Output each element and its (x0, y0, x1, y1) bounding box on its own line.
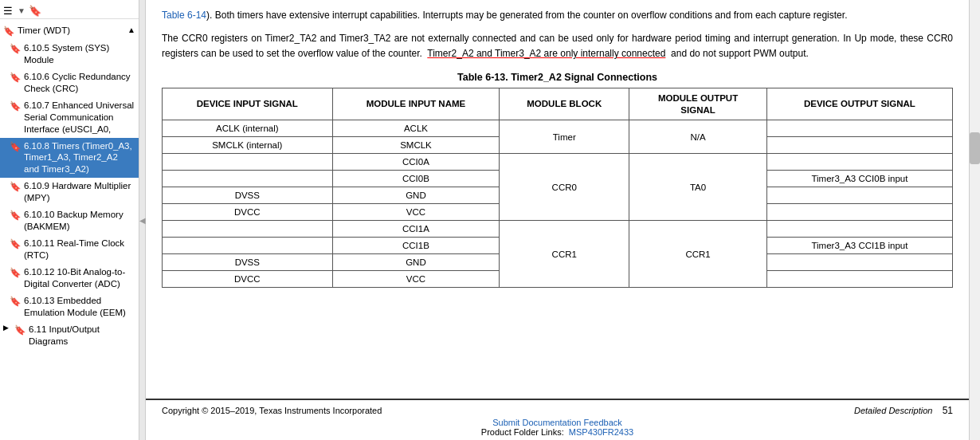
sidebar-item-timer-wdt[interactable]: 🔖 Timer (WDT) ▲ (0, 22, 139, 40)
sidebar-item-611[interactable]: ▶ 🔖 6.11 Input/Output Diagrams (0, 321, 139, 350)
sidebar-item-61012[interactable]: 🔖 6.10.12 10-Bit Analog-to-Digital Conve… (0, 264, 139, 293)
right-scrollbar[interactable] (969, 0, 980, 440)
sidebar: ☰ ▼ 🔖 🔖 Timer (WDT) ▲ 🔖 6.10.5 System (S… (0, 0, 139, 440)
sidebar-item-6108[interactable]: 🔖 6.10.8 Timers (Timer0_A3, Timer1_A3, T… (0, 138, 139, 179)
table-row: ACLK (internal) ACLK Timer N/A (163, 120, 953, 137)
sidebar-item-6105[interactable]: 🔖 6.10.5 System (SYS) Module (0, 40, 139, 69)
sidebar-item-6107[interactable]: 🔖 6.10.7 Enhanced Universal Serial Commu… (0, 97, 139, 138)
bookmark-icon: 🔖 (10, 210, 21, 222)
table-title: Table 6-13. Timer2_A2 Signal Connections (162, 72, 953, 83)
footer: Copyright © 2015–2019, Texas Instruments… (146, 399, 969, 440)
bookmark-icon: 🔖 (10, 43, 21, 55)
sidebar-item-label: 6.10.9 Hardware Multiplier (MPY) (24, 180, 135, 204)
paragraph-2: The CCR0 registers on Timer2_TA2 and Tim… (162, 31, 953, 61)
sidebar-toolbar: ☰ ▼ 🔖 (0, 3, 139, 19)
col-header-device-output: DEVICE OUTPUT SIGNAL (766, 88, 952, 120)
paragraph-1: Table 6-14). Both timers have extensive … (162, 8, 953, 23)
sidebar-item-label: Timer (WDT) (18, 25, 127, 37)
signal-connections-table: DEVICE INPUT SIGNAL MODULE INPUT NAME MO… (162, 88, 953, 289)
sidebar-item-6106[interactable]: 🔖 6.10.6 Cyclic Redundancy Check (CRC) (0, 69, 139, 97)
table-row: CCI1A CCR1 CCR1 (163, 221, 953, 238)
sidebar-item-label: 6.10.5 System (SYS) Module (24, 42, 135, 66)
sidebar-item-label: 6.10.12 10-Bit Analog-to-Digital Convert… (24, 266, 135, 290)
bookmark-icon: 🔖 (10, 238, 21, 250)
product-folder-link[interactable]: MSP430FR2433 (569, 427, 633, 437)
bookmark-icon: 🔖 (10, 141, 21, 153)
sidebar-item-61010[interactable]: 🔖 6.10.10 Backup Memory (BAKMEM) (0, 206, 139, 235)
section-label: Detailed Description (854, 406, 932, 415)
sidebar-item-label: 6.10.13 Embedded Emulation Module (EEM) (24, 295, 135, 319)
bookmark-icon: 🔖 (14, 324, 25, 336)
sidebar-item-label: 6.10.8 Timers (Timer0_A3, Timer1_A3, Tim… (24, 140, 135, 176)
bookmark-icon: 🔖 (10, 181, 21, 193)
scrollbar-thumb[interactable] (970, 132, 980, 164)
footer-center: Submit Documentation Feedback Product Fo… (162, 418, 953, 437)
bookmark-icon: 🔖 (10, 296, 21, 308)
bookmark-icon: 🔖 (10, 72, 21, 84)
col-header-module-input: MODULE INPUT NAME (332, 88, 500, 120)
table-row: CCI0A CCR0 TA0 (163, 154, 953, 171)
copyright-text: Copyright © 2015–2019, Texas Instruments… (162, 406, 382, 415)
feedback-link[interactable]: Submit Documentation Feedback (492, 418, 622, 427)
bookmark-icon: 🔖 (10, 100, 21, 112)
sidebar-item-label: 6.10.6 Cyclic Redundancy Check (CRC) (24, 71, 135, 95)
menu-icon[interactable]: ☰ (3, 5, 13, 17)
col-header-module-output: MODULE OUTPUTSIGNAL (629, 88, 767, 120)
scroll-up-icon[interactable]: ▲ (127, 25, 135, 35)
product-folder-label: Product Folder Links: (481, 427, 564, 437)
sidebar-item-label: 6.10.10 Backup Memory (BAKMEM) (24, 209, 135, 233)
content-area: Table 6-14). Both timers have extensive … (146, 0, 969, 440)
bookmark-icon: 🔖 (3, 26, 14, 37)
sidebar-item-label: 6.11 Input/Output Diagrams (29, 324, 135, 348)
page-number: 51 (943, 405, 953, 416)
sidebar-item-label: 6.10.11 Real-Time Clock (RTC) (24, 238, 135, 261)
bookmark-icon: 🔖 (10, 267, 21, 279)
scrollable-content[interactable]: Table 6-14). Both timers have extensive … (146, 0, 969, 399)
bookmark-icon-top[interactable]: 🔖 (29, 5, 41, 17)
col-header-module-block: MODULE BLOCK (500, 88, 629, 120)
internally-connected-text: Timer2_A2 and Timer3_A2 are only interna… (427, 48, 665, 59)
sidebar-item-61013[interactable]: 🔖 6.10.13 Embedded Emulation Module (EEM… (0, 293, 139, 321)
table-6-14-link[interactable]: Table 6-14 (162, 10, 206, 21)
footer-top-row: Copyright © 2015–2019, Texas Instruments… (162, 405, 953, 416)
resize-handle[interactable]: ◀ (139, 0, 146, 440)
sidebar-item-6109[interactable]: 🔖 6.10.9 Hardware Multiplier (MPY) (0, 178, 139, 206)
sidebar-item-61011[interactable]: 🔖 6.10.11 Real-Time Clock (RTC) (0, 235, 139, 264)
dropdown-icon[interactable]: ▼ (18, 6, 25, 15)
sidebar-item-label: 6.10.7 Enhanced Universal Serial Communi… (24, 100, 135, 136)
col-header-device-input: DEVICE INPUT SIGNAL (163, 88, 333, 120)
footer-right-section: Detailed Description 51 (854, 405, 953, 416)
expand-icon: ▶ (3, 324, 13, 333)
